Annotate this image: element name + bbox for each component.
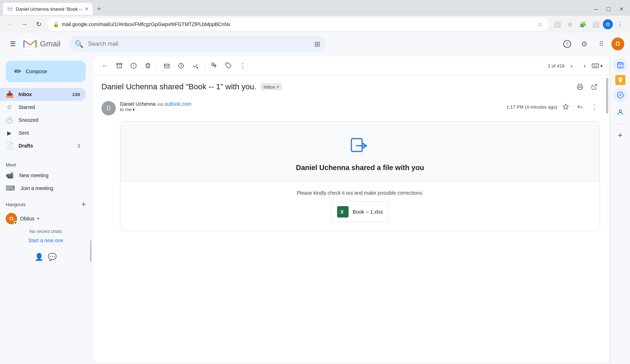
label-button[interactable] bbox=[222, 59, 235, 72]
svg-rect-17 bbox=[598, 65, 598, 65]
svg-rect-13 bbox=[593, 65, 594, 65]
archive-button[interactable] bbox=[113, 59, 126, 72]
hamburger-menu-button[interactable]: ☰ bbox=[6, 37, 20, 51]
browser-forward-button[interactable]: → bbox=[19, 19, 30, 30]
reply-icon bbox=[577, 104, 583, 110]
cast-icon[interactable]: ⬜ bbox=[551, 19, 563, 30]
sidebar-item-join-meeting[interactable]: ⌨ Join a meeting bbox=[0, 182, 91, 195]
spam-button[interactable] bbox=[127, 59, 140, 72]
svg-rect-2 bbox=[117, 63, 122, 64]
compose-button[interactable]: ✏ Compose bbox=[6, 61, 86, 82]
svg-rect-18 bbox=[593, 66, 598, 67]
hangouts-section-label: Hangouts bbox=[6, 202, 26, 207]
sidebar-scrollbar[interactable] bbox=[90, 240, 91, 262]
new-meeting-label: New meeting bbox=[19, 173, 49, 178]
hangouts-chat-icon[interactable]: 💬 bbox=[48, 253, 57, 261]
search-input[interactable] bbox=[88, 41, 310, 47]
pagination-text: 1 of 418 bbox=[548, 63, 565, 69]
print-button[interactable] bbox=[574, 81, 586, 93]
sidebar-item-drafts[interactable]: 📄 Drafts 3 bbox=[0, 139, 86, 152]
email-time: 1:17 PM (4 minutes ago) bbox=[506, 104, 557, 110]
right-panel-divider bbox=[616, 124, 625, 124]
email-scrollbar[interactable] bbox=[606, 56, 609, 363]
mark-unread-button[interactable] bbox=[160, 59, 173, 72]
svg-rect-14 bbox=[594, 65, 595, 65]
hangouts-dropdown-icon[interactable]: ▾ bbox=[37, 216, 39, 221]
browser-tab[interactable]: Daniel Uchenna shared "Book -- × bbox=[3, 3, 92, 15]
extensions-icon[interactable]: 🧩 bbox=[577, 19, 589, 30]
tasks-panel-button[interactable] bbox=[613, 88, 628, 102]
search-filter-icon[interactable]: ⊞ bbox=[314, 40, 320, 48]
sender-avatar-letter: D bbox=[106, 105, 111, 111]
sidebar-item-snoozed[interactable]: 🕐 Snoozed bbox=[0, 114, 86, 126]
back-to-inbox-button[interactable]: ← bbox=[99, 59, 111, 72]
svg-point-33 bbox=[619, 110, 621, 112]
star-email-button[interactable] bbox=[560, 101, 571, 113]
window-maximize-button[interactable]: □ bbox=[603, 3, 614, 15]
keep-icon bbox=[617, 77, 624, 83]
new-tab-button[interactable]: + bbox=[94, 4, 104, 15]
reply-button[interactable] bbox=[574, 101, 586, 113]
inbox-count: 248 bbox=[72, 92, 80, 97]
window-minimize-button[interactable]: – bbox=[590, 3, 601, 15]
delete-icon bbox=[145, 63, 151, 69]
account-avatar[interactable]: O bbox=[611, 38, 624, 50]
add-task-button[interactable] bbox=[189, 59, 202, 72]
move-to-button[interactable] bbox=[208, 59, 221, 72]
lock-icon: 🔒 bbox=[53, 21, 59, 27]
svg-rect-19 bbox=[579, 88, 582, 90]
compose-label: Compose bbox=[26, 69, 47, 74]
tab-close-button[interactable]: × bbox=[85, 6, 88, 12]
more-email-actions-button[interactable]: ⋮ bbox=[589, 101, 600, 113]
address-bar[interactable]: 🔒 mail.google.com/mail/u/1/#inbox/FMfcgz… bbox=[47, 18, 549, 31]
next-email-button[interactable]: › bbox=[579, 60, 590, 71]
snooze-button[interactable] bbox=[175, 59, 188, 72]
hangouts-header: Hangouts + bbox=[0, 198, 91, 211]
start-new-chat-link[interactable]: Start a new one bbox=[0, 237, 91, 244]
open-in-new-window-button[interactable] bbox=[589, 81, 600, 93]
browser-back-button[interactable]: ← bbox=[4, 19, 16, 30]
recipient-dropdown-icon: ▾ bbox=[132, 107, 135, 112]
sidebar-item-new-meeting[interactable]: 📹 New meeting bbox=[0, 169, 91, 182]
inbox-badge-close[interactable]: × bbox=[276, 84, 279, 90]
gmail-favicon bbox=[7, 6, 13, 12]
sidebar-item-sent[interactable]: ▶ Sent bbox=[0, 126, 86, 139]
delete-button[interactable] bbox=[141, 59, 154, 72]
mark-unread-icon bbox=[164, 63, 170, 69]
add-panel-button[interactable]: + bbox=[613, 128, 628, 143]
window-close-button[interactable]: × bbox=[616, 3, 627, 15]
keyboard-shortcut-button[interactable]: ▾ bbox=[592, 63, 603, 69]
more-actions-button[interactable]: ⋮ bbox=[236, 59, 249, 72]
gmail-logo: Gmail bbox=[23, 39, 60, 49]
keep-panel-button[interactable] bbox=[615, 75, 625, 85]
browser-profile-button[interactable]: O bbox=[603, 19, 613, 29]
file-attachment[interactable]: X Book -- 1.xlsx bbox=[331, 201, 389, 222]
hangouts-people-icon[interactable]: 👤 bbox=[35, 253, 44, 261]
browser-refresh-button[interactable]: ↻ bbox=[33, 19, 44, 30]
split-screen-icon[interactable]: ⬜ bbox=[590, 19, 601, 30]
sidebar-item-inbox[interactable]: 📥 Inbox 248 bbox=[0, 88, 86, 101]
contacts-panel-button[interactable] bbox=[613, 105, 628, 119]
settings-button[interactable]: ⚙ bbox=[577, 37, 591, 51]
apps-button[interactable]: ⠿ bbox=[594, 37, 609, 51]
email-recipient[interactable]: to me ▾ bbox=[120, 107, 502, 112]
svg-rect-12 bbox=[592, 64, 599, 68]
inbox-badge: Inbox × bbox=[261, 83, 282, 90]
star-icon[interactable]: ☆ bbox=[538, 21, 543, 28]
bookmark-icon[interactable]: ☆ bbox=[564, 19, 576, 30]
gmail-logo-icon bbox=[23, 39, 37, 49]
calendar-panel-button[interactable]: 31 bbox=[613, 58, 628, 72]
gmail-body: ✏ Compose 📥 Inbox 248 ☆ Starred 🕐 Snooze… bbox=[0, 55, 630, 364]
prev-email-button[interactable]: ‹ bbox=[566, 60, 578, 71]
help-button[interactable]: ? bbox=[560, 37, 574, 51]
hangouts-user: O Obitus ▾ bbox=[0, 211, 91, 226]
browser-menu-button[interactable]: ⋮ bbox=[614, 19, 626, 30]
gmail-header-right: ? ⚙ ⠿ O bbox=[560, 37, 624, 51]
sender-email-link[interactable]: outlook.com bbox=[164, 101, 191, 107]
sidebar-item-starred[interactable]: ☆ Starred bbox=[0, 101, 86, 114]
email-body-text: Please kindly check it out and make poss… bbox=[129, 190, 591, 196]
gmail-logo-text: Gmail bbox=[40, 39, 60, 49]
compose-plus-icon: ✏ bbox=[14, 66, 21, 76]
hangouts-add-button[interactable]: + bbox=[81, 200, 86, 209]
subject-right-actions bbox=[574, 81, 600, 93]
